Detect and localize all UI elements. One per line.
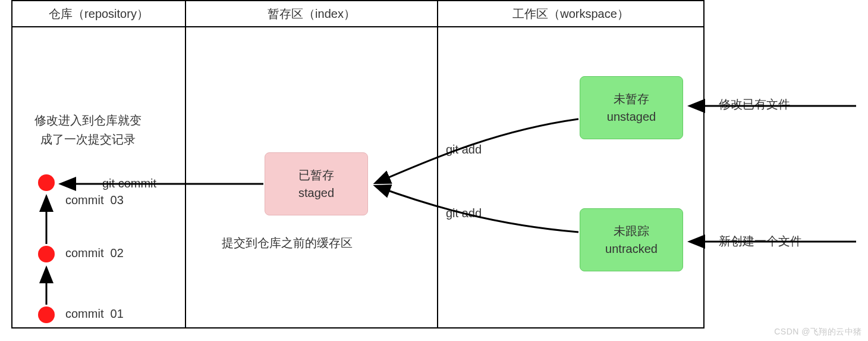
untracked-box: 未跟踪 untracked	[580, 208, 683, 271]
modify-file-label: 修改已有文件	[719, 96, 790, 112]
commit-label-02: commit 02	[65, 246, 124, 260]
col-header-workspace-label: 工作区（workspace）	[512, 6, 629, 22]
unstaged-cn: 未暂存	[614, 90, 649, 108]
col-header-repository: 仓库（repository）	[11, 0, 186, 27]
git-add-bottom-label: git add	[446, 207, 482, 220]
repo-note-line1: 修改进入到仓库就变	[17, 111, 159, 130]
unstaged-en: unstaged	[607, 108, 656, 126]
untracked-en: untracked	[605, 240, 658, 258]
col-header-workspace: 工作区（workspace）	[437, 0, 705, 27]
repo-note-line2: 成了一次提交记录	[17, 130, 159, 149]
commit-dot-03	[38, 174, 55, 191]
git-commit-label: git commit	[102, 177, 156, 190]
watermark: CSDN @飞翔的云中猪	[774, 327, 862, 337]
git-add-top-label: git add	[446, 143, 482, 157]
col-body-repository	[11, 26, 186, 329]
commit-label-01: commit 01	[65, 307, 124, 321]
repo-note: 修改进入到仓库就变 成了一次提交记录	[17, 111, 159, 149]
commit-label-03: commit 03	[65, 193, 124, 207]
col-header-index: 暂存区（index）	[185, 0, 438, 27]
unstaged-box: 未暂存 unstaged	[580, 76, 683, 139]
index-caption: 提交到仓库之前的缓存区	[222, 235, 353, 251]
col-header-index-label: 暂存区（index）	[268, 6, 356, 22]
staged-box: 已暂存 staged	[265, 152, 368, 215]
staged-cn: 已暂存	[298, 166, 334, 184]
commit-dot-02	[38, 246, 55, 262]
col-header-repository-label: 仓库（repository）	[49, 6, 149, 22]
col-body-workspace	[437, 26, 705, 329]
staged-en: staged	[298, 184, 334, 202]
new-file-label: 新创建一个文件	[719, 233, 802, 249]
commit-dot-01	[38, 306, 55, 323]
untracked-cn: 未跟踪	[614, 222, 649, 240]
